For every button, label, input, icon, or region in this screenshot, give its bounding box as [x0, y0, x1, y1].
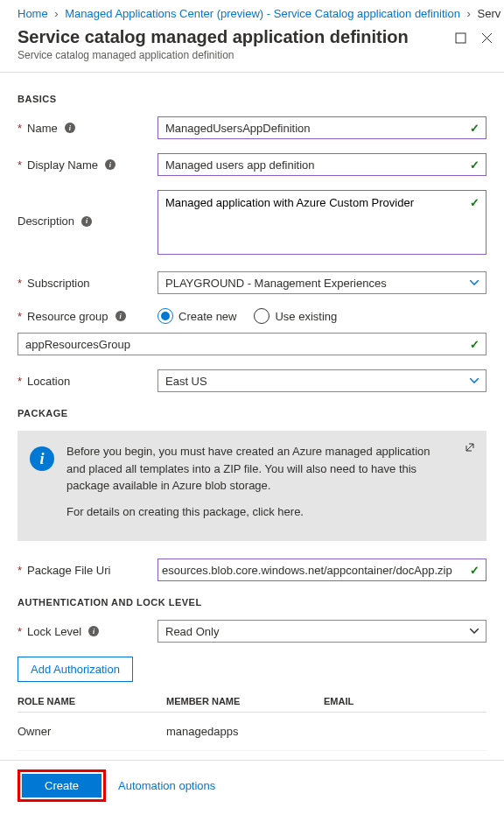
check-icon: ✓ — [470, 564, 480, 577]
page-title: Service catalog managed application defi… — [18, 27, 486, 47]
required-marker: * — [18, 122, 22, 135]
description-label: Description — [18, 214, 74, 228]
required-marker: * — [18, 310, 22, 323]
check-icon: ✓ — [470, 338, 480, 351]
chevron-down-icon — [470, 629, 479, 634]
required-marker: * — [18, 375, 22, 388]
section-package: PACKAGE — [18, 408, 486, 418]
cell-email — [324, 725, 486, 738]
location-value: East US — [165, 375, 207, 388]
subscription-select[interactable]: PLAYGROUND - Management Experiences — [158, 271, 486, 294]
info-text-1: Before you begin, you must have created … — [66, 443, 452, 495]
location-select[interactable]: East US — [158, 369, 486, 392]
chevron-right-icon: › — [54, 7, 58, 20]
chevron-down-icon — [470, 280, 479, 285]
blade-header: Service catalog managed application defi… — [0, 24, 504, 73]
subscription-value: PLAYGROUND - Management Experiences — [165, 277, 387, 290]
section-auth: AUTHENTICATION AND LOCK LEVEL — [18, 597, 486, 608]
info-icon: i — [30, 446, 54, 471]
radio-create-new-label: Create new — [178, 310, 236, 323]
location-label: Location — [27, 375, 70, 388]
package-uri-label: Package File Uri — [27, 564, 110, 577]
name-label: Name — [27, 122, 58, 135]
chevron-right-icon: › — [467, 7, 471, 20]
required-marker: * — [18, 564, 22, 577]
breadcrumb-last: Serv — [478, 7, 501, 20]
breadcrumb: Home › Managed Applications Center (prev… — [0, 0, 504, 24]
cell-role: Owner — [18, 725, 166, 738]
check-icon: ✓ — [470, 158, 480, 172]
breadcrumb-home[interactable]: Home — [18, 7, 48, 20]
chevron-down-icon — [470, 378, 479, 383]
display-name-label: Display Name — [27, 158, 98, 172]
col-member-name: MEMBER NAME — [166, 696, 324, 706]
required-marker: * — [18, 158, 22, 172]
display-name-input[interactable] — [158, 153, 486, 176]
create-button-highlight: Create — [18, 769, 106, 802]
radio-use-existing-label: Use existing — [275, 310, 337, 323]
breadcrumb-center[interactable]: Managed Applications Center (preview) - … — [65, 7, 460, 20]
radio-create-new[interactable]: Create new — [158, 308, 236, 324]
info-box: i Before you begin, you must have create… — [18, 431, 486, 541]
info-icon[interactable]: i — [88, 626, 99, 636]
section-basics: BASICS — [18, 94, 486, 104]
lock-level-label: Lock Level — [27, 625, 81, 638]
table-row: Owner managedapps — [18, 713, 486, 751]
required-marker: * — [18, 625, 22, 638]
automation-options-link[interactable]: Automation options — [118, 779, 215, 792]
check-icon: ✓ — [470, 122, 480, 135]
info-icon[interactable]: i — [105, 159, 116, 170]
info-icon[interactable]: i — [81, 216, 92, 227]
close-icon[interactable] — [480, 31, 494, 45]
add-authorization-button[interactable]: Add Authorization — [18, 657, 133, 682]
create-button[interactable]: Create — [22, 774, 102, 797]
required-marker: * — [18, 277, 22, 290]
subscription-label: Subscription — [27, 277, 90, 290]
maximize-icon[interactable] — [453, 31, 467, 45]
lock-level-select[interactable]: Read Only — [158, 620, 486, 643]
check-icon: ✓ — [470, 196, 480, 209]
external-link-icon[interactable] — [464, 441, 476, 453]
svg-rect-0 — [456, 33, 466, 43]
info-text-2: For details on creating this package, cl… — [66, 503, 452, 521]
description-input[interactable] — [158, 190, 486, 255]
info-icon[interactable]: i — [65, 123, 75, 133]
cell-member: managedapps — [166, 725, 324, 738]
footer: Create Automation options — [0, 760, 504, 811]
lock-level-value: Read Only — [165, 625, 219, 638]
resource-group-input[interactable] — [18, 333, 486, 355]
resource-group-label: Resource group — [27, 310, 108, 323]
package-uri-input[interactable] — [158, 559, 486, 581]
col-role-name: ROLE NAME — [18, 696, 166, 706]
name-input[interactable] — [158, 116, 486, 139]
page-subtitle: Service catalog managed application defi… — [18, 49, 486, 61]
col-email: EMAIL — [324, 696, 486, 706]
info-icon[interactable]: i — [116, 311, 126, 321]
radio-use-existing[interactable]: Use existing — [254, 308, 337, 324]
